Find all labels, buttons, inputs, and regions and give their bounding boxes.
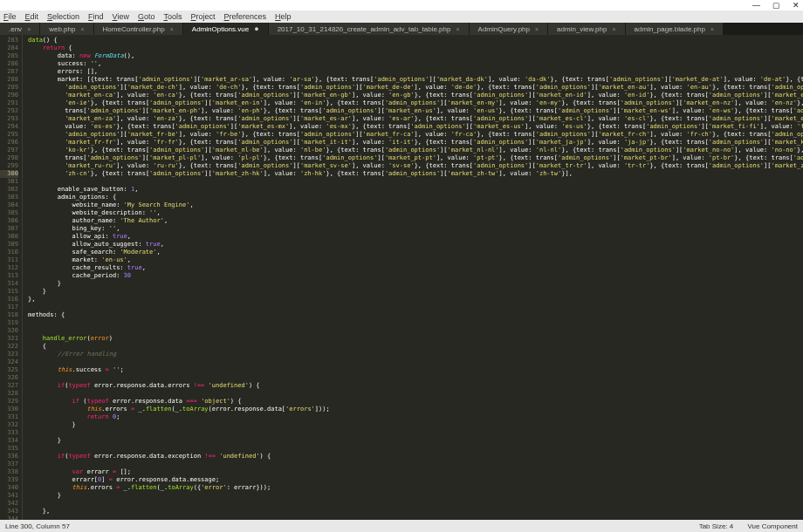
line-number-gutter: 2832842852862872882892902912922932942952… <box>0 35 23 520</box>
tab-homecontroller-php[interactable]: HomeController.php× <box>94 23 183 35</box>
close-tab-icon[interactable]: × <box>456 26 459 32</box>
editor-tabs: .env×web.php×HomeController.php×AdminOpt… <box>0 23 803 35</box>
menu-project[interactable]: Project <box>191 12 216 21</box>
menu-edit[interactable]: Edit <box>25 12 39 21</box>
close-tab-icon[interactable]: × <box>535 26 539 32</box>
close-tab-icon[interactable]: × <box>80 26 84 32</box>
menu-bar: FileEditSelectionFindViewGotoToolsProjec… <box>0 10 803 23</box>
close-tab-icon[interactable]: × <box>612 26 615 32</box>
window-minimize[interactable]: — <box>752 1 760 10</box>
menu-goto[interactable]: Goto <box>138 12 155 21</box>
dirty-indicator-icon[interactable]: ● <box>254 24 258 33</box>
menu-view[interactable]: View <box>113 12 129 21</box>
menu-help[interactable]: Help <box>275 12 292 21</box>
tab-2017-10-31-214826-create-admin-adv-tab-table-php[interactable]: 2017_10_31_214826_create_admin_adv_tab_t… <box>269 23 470 35</box>
close-tab-icon[interactable]: × <box>710 26 714 32</box>
status-language[interactable]: Vue Component <box>747 522 798 530</box>
code-editor[interactable]: data() { return { data: new FormData(), … <box>23 35 803 520</box>
menu-tools[interactable]: Tools <box>164 12 182 21</box>
close-tab-icon[interactable]: × <box>170 26 174 32</box>
status-bar: Line 300, Column 57 Tab Size: 4 Vue Comp… <box>0 520 803 532</box>
status-tab-size[interactable]: Tab Size: 4 <box>699 522 734 530</box>
menu-file[interactable]: File <box>3 12 17 21</box>
tab-admin-page-blade-php[interactable]: admin_page.blade.php× <box>626 23 724 35</box>
window-close[interactable]: ✕ <box>793 1 800 10</box>
window-titlebar: — ▢ ✕ <box>0 0 803 10</box>
close-tab-icon[interactable]: × <box>27 26 31 32</box>
tab-web-php[interactable]: web.php× <box>40 23 93 35</box>
tab-adminoptions-vue[interactable]: AdminOptions.vue● <box>183 23 269 35</box>
tab-admin-view-php[interactable]: admin_view.php× <box>548 23 625 35</box>
menu-find[interactable]: Find <box>88 12 104 21</box>
status-cursor-position[interactable]: Line 300, Column 57 <box>5 522 70 530</box>
menu-selection[interactable]: Selection <box>47 12 79 21</box>
tab-adminquery-php[interactable]: AdminQuery.php× <box>470 23 549 35</box>
menu-preferences[interactable]: Preferences <box>224 12 267 21</box>
window-maximize[interactable]: ▢ <box>772 1 780 10</box>
tab--env[interactable]: .env× <box>0 23 40 35</box>
